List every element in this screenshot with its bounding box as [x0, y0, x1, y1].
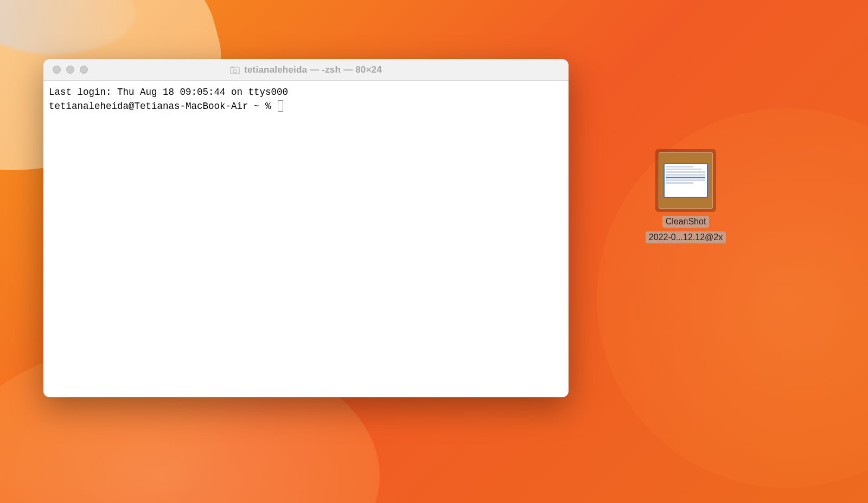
title-bar[interactable]: tetianaleheida — -zsh — 80×24 [43, 59, 569, 81]
minimize-button[interactable] [66, 66, 74, 74]
file-label-line-1: CleanShot [662, 216, 710, 228]
file-label-line-2: 2022-0...12.12@2x [646, 231, 726, 243]
window-title: tetianaleheida — -zsh — 80×24 [244, 65, 382, 75]
text-cursor [278, 100, 283, 112]
wallpaper-shape [597, 108, 868, 488]
shell-prompt: tetianaleheida@Tetianas-MacBook-Air ~ % [49, 101, 277, 112]
file-thumbnail-selection [655, 149, 716, 212]
wallpaper-shape [0, 0, 136, 54]
screenshot-preview [663, 163, 708, 198]
desktop-file-icon[interactable]: CleanShot 2022-0...12.12@2x [653, 149, 718, 243]
last-login-line: Last login: Thu Aug 18 09:05:44 on ttys0… [49, 87, 288, 98]
svg-rect-0 [231, 67, 239, 73]
home-folder-icon [230, 66, 240, 74]
window-title-container: tetianaleheida — -zsh — 80×24 [43, 65, 569, 75]
close-button[interactable] [53, 66, 61, 74]
file-thumbnail [659, 152, 713, 209]
terminal-body[interactable]: Last login: Thu Aug 18 09:05:44 on ttys0… [43, 81, 569, 397]
zoom-button[interactable] [80, 66, 88, 74]
terminal-window[interactable]: tetianaleheida — -zsh — 80×24 Last login… [43, 59, 569, 397]
traffic-lights [53, 66, 88, 74]
